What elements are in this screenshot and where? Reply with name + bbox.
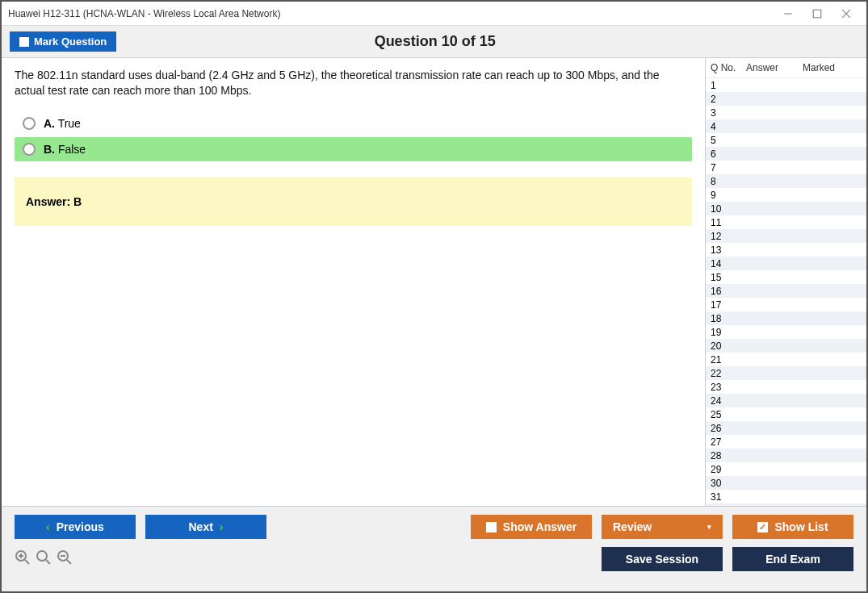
qno-cell: 11 (711, 217, 746, 228)
save-session-button[interactable]: Save Session (602, 547, 723, 571)
previous-button[interactable]: ‹Previous (15, 515, 136, 539)
list-item[interactable]: 17 (706, 298, 866, 311)
svg-line-11 (67, 560, 71, 564)
list-item[interactable]: 32 (706, 503, 866, 506)
radio-icon[interactable] (23, 143, 36, 156)
sidebar-list[interactable]: 1234567891011121314151617181920212223242… (706, 78, 866, 506)
list-item[interactable]: 7 (706, 161, 866, 174)
qno-cell: 30 (711, 478, 746, 489)
list-item[interactable]: 28 (706, 449, 866, 462)
qno-cell: 16 (711, 286, 746, 297)
list-item[interactable]: 22 (706, 366, 866, 380)
list-item[interactable]: 14 (706, 257, 866, 270)
svg-line-9 (46, 560, 50, 564)
list-item[interactable]: 19 (706, 325, 866, 339)
show-list-label: Show List (774, 520, 828, 533)
list-item[interactable]: 13 (706, 243, 866, 257)
option-label: A. True (44, 117, 81, 130)
list-item[interactable]: 2 (706, 92, 866, 106)
window-controls (781, 6, 860, 21)
list-item[interactable]: 21 (706, 353, 866, 366)
review-label: Review (613, 520, 652, 533)
qno-cell: 10 (711, 203, 746, 215)
show-answer-button[interactable]: Show Answer (471, 515, 592, 539)
col-answer: Answer (746, 62, 803, 73)
header-bar: Mark Question Question 10 of 15 (2, 26, 866, 58)
qno-cell: 13 (711, 244, 746, 256)
checkbox-checked-icon: ✓ (757, 522, 768, 532)
qno-cell: 12 (711, 231, 746, 242)
list-item[interactable]: 20 (706, 339, 866, 353)
list-item[interactable]: 5 (706, 133, 866, 147)
qno-cell: 20 (711, 340, 746, 352)
question-panel: The 802.11n standard uses dual-band (2.4… (2, 58, 705, 506)
question-text: The 802.11n standard uses dual-band (2.4… (15, 68, 692, 98)
qno-cell: 31 (711, 491, 746, 503)
radio-icon[interactable] (23, 117, 36, 130)
list-item[interactable]: 30 (706, 476, 866, 490)
next-button[interactable]: Next› (145, 515, 266, 539)
list-item[interactable]: 23 (706, 380, 866, 394)
list-item[interactable]: 24 (706, 394, 866, 407)
zoom-in-icon[interactable] (15, 549, 31, 570)
option-b[interactable]: B. False (15, 137, 692, 161)
chevron-right-icon: › (220, 520, 224, 533)
zoom-out-icon[interactable] (57, 549, 73, 570)
zoom-controls (15, 549, 73, 570)
list-item[interactable]: 8 (706, 174, 866, 188)
list-item[interactable]: 1 (706, 78, 866, 92)
list-item[interactable]: 9 (706, 188, 866, 202)
review-button[interactable]: Review▾ (602, 515, 723, 539)
qno-cell: 8 (711, 176, 746, 187)
qno-cell: 23 (711, 382, 746, 393)
qno-cell: 18 (711, 313, 746, 324)
sidebar-header: Q No. Answer Marked (706, 58, 866, 78)
list-item[interactable]: 12 (706, 229, 866, 243)
window-title: Huawei H12-311 (HCNA-WLAN - Wireless Loc… (8, 8, 781, 19)
list-item[interactable]: 15 (706, 270, 866, 284)
qno-cell: 14 (711, 258, 746, 269)
list-item[interactable]: 25 (706, 407, 866, 421)
qno-cell: 9 (711, 190, 746, 201)
mark-question-label: Mark Question (34, 35, 107, 48)
svg-line-5 (25, 560, 29, 564)
question-counter: Question 10 of 15 (116, 33, 753, 50)
zoom-reset-icon[interactable] (36, 549, 52, 570)
qno-cell: 28 (711, 450, 746, 461)
qno-cell: 4 (711, 121, 746, 132)
footer-row-2: Save Session End Exam (15, 547, 853, 571)
show-list-button[interactable]: ✓Show List (732, 515, 853, 539)
qno-cell: 22 (711, 368, 746, 379)
maximize-icon[interactable] (810, 6, 824, 21)
end-exam-button[interactable]: End Exam (732, 547, 853, 571)
qno-cell: 29 (711, 464, 746, 475)
list-item[interactable]: 31 (706, 490, 866, 503)
previous-label: Previous (57, 520, 104, 533)
list-item[interactable]: 26 (706, 421, 866, 435)
list-item[interactable]: 29 (706, 462, 866, 476)
answer-box: Answer: B (15, 177, 692, 226)
list-item[interactable]: 4 (706, 119, 866, 133)
list-item[interactable]: 10 (706, 202, 866, 215)
col-marked: Marked (803, 62, 862, 73)
list-item[interactable]: 16 (706, 284, 866, 298)
list-item[interactable]: 27 (706, 435, 866, 449)
mark-question-button[interactable]: Mark Question (10, 31, 116, 52)
qno-cell: 5 (711, 135, 746, 146)
chevron-left-icon: ‹ (46, 520, 50, 533)
option-a[interactable]: A. True (15, 111, 692, 136)
qno-cell: 25 (711, 409, 746, 420)
col-qno: Q No. (711, 62, 746, 73)
list-item[interactable]: 18 (706, 311, 866, 325)
qno-cell: 1 (711, 80, 746, 91)
list-item[interactable]: 6 (706, 147, 866, 161)
minimize-icon[interactable] (781, 6, 795, 21)
save-session-label: Save Session (626, 553, 698, 566)
qno-cell: 32 (711, 505, 746, 507)
list-item[interactable]: 11 (706, 215, 866, 229)
qno-cell: 6 (711, 148, 746, 160)
next-label: Next (188, 520, 212, 533)
answer-label: Answer: B (26, 195, 82, 208)
list-item[interactable]: 3 (706, 106, 866, 119)
close-icon[interactable] (839, 6, 853, 21)
